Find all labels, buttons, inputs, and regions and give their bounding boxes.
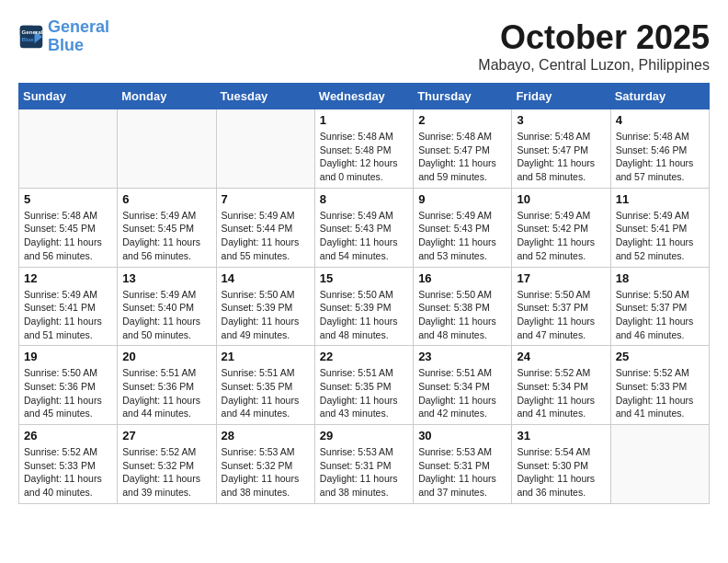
week-row-1: 1Sunrise: 5:48 AMSunset: 5:48 PMDaylight…: [19, 109, 710, 189]
day-number: 19: [24, 350, 112, 363]
day-info: Sunrise: 5:49 AMSunset: 5:42 PMDaylight:…: [517, 209, 605, 263]
calendar-cell: 24Sunrise: 5:52 AMSunset: 5:34 PMDayligh…: [512, 346, 610, 425]
calendar-cell: 9Sunrise: 5:49 AMSunset: 5:43 PMDaylight…: [414, 188, 512, 267]
week-row-4: 19Sunrise: 5:50 AMSunset: 5:36 PMDayligh…: [19, 346, 710, 425]
week-row-3: 12Sunrise: 5:49 AMSunset: 5:41 PMDayligh…: [19, 267, 710, 346]
day-number: 1: [320, 113, 408, 127]
day-info: Sunrise: 5:48 AMSunset: 5:48 PMDaylight:…: [320, 130, 408, 184]
calendar-cell: [118, 109, 216, 189]
day-number: 28: [222, 429, 310, 442]
day-number: 3: [517, 113, 605, 127]
calendar-cell: 28Sunrise: 5:53 AMSunset: 5:32 PMDayligh…: [216, 425, 314, 504]
day-number: 27: [122, 429, 210, 442]
day-number: 30: [418, 429, 506, 442]
calendar-cell: 13Sunrise: 5:49 AMSunset: 5:40 PMDayligh…: [118, 267, 216, 346]
day-number: 18: [616, 271, 704, 285]
calendar-cell: 8Sunrise: 5:49 AMSunset: 5:43 PMDaylight…: [314, 188, 413, 267]
day-number: 23: [418, 350, 506, 363]
calendar-cell: 1Sunrise: 5:48 AMSunset: 5:48 PMDaylight…: [314, 109, 413, 189]
calendar-cell: 31Sunrise: 5:54 AMSunset: 5:30 PMDayligh…: [512, 425, 610, 504]
day-info: Sunrise: 5:48 AMSunset: 5:45 PMDaylight:…: [24, 209, 112, 263]
day-number: 11: [616, 192, 704, 206]
day-number: 16: [418, 271, 506, 285]
day-info: Sunrise: 5:49 AMSunset: 5:43 PMDaylight:…: [418, 209, 506, 263]
day-info: Sunrise: 5:50 AMSunset: 5:37 PMDaylight:…: [616, 288, 704, 342]
day-number: 4: [616, 113, 704, 127]
day-info: Sunrise: 5:50 AMSunset: 5:38 PMDaylight:…: [418, 288, 506, 342]
day-info: Sunrise: 5:48 AMSunset: 5:47 PMDaylight:…: [418, 130, 506, 184]
calendar-cell: [610, 425, 709, 504]
svg-text:Blue: Blue: [22, 36, 35, 42]
logo-text: General Blue: [48, 18, 109, 55]
day-info: Sunrise: 5:49 AMSunset: 5:40 PMDaylight:…: [122, 288, 210, 342]
day-number: 9: [418, 192, 506, 206]
day-info: Sunrise: 5:51 AMSunset: 5:34 PMDaylight:…: [418, 366, 506, 420]
day-number: 24: [517, 350, 605, 363]
calendar-cell: 23Sunrise: 5:51 AMSunset: 5:34 PMDayligh…: [414, 346, 512, 425]
day-number: 15: [320, 271, 408, 285]
calendar-cell: 18Sunrise: 5:50 AMSunset: 5:37 PMDayligh…: [610, 267, 709, 346]
title-block: October 2025 Mabayo, Central Luzon, Phil…: [478, 18, 710, 74]
day-number: 13: [122, 271, 210, 285]
calendar-cell: 27Sunrise: 5:52 AMSunset: 5:32 PMDayligh…: [118, 425, 216, 504]
calendar-cell: 12Sunrise: 5:49 AMSunset: 5:41 PMDayligh…: [19, 267, 118, 346]
calendar-cell: 21Sunrise: 5:51 AMSunset: 5:35 PMDayligh…: [216, 346, 314, 425]
day-number: 22: [320, 350, 408, 363]
logo-icon: General Blue: [18, 24, 44, 50]
day-number: 17: [517, 271, 605, 285]
day-number: 10: [517, 192, 605, 206]
day-number: 20: [122, 350, 210, 363]
day-number: 2: [418, 113, 506, 127]
day-info: Sunrise: 5:50 AMSunset: 5:39 PMDaylight:…: [320, 288, 408, 342]
calendar-cell: 15Sunrise: 5:50 AMSunset: 5:39 PMDayligh…: [314, 267, 413, 346]
calendar-cell: 7Sunrise: 5:49 AMSunset: 5:44 PMDaylight…: [216, 188, 314, 267]
calendar-cell: 3Sunrise: 5:48 AMSunset: 5:47 PMDaylight…: [512, 109, 610, 189]
page-header: General Blue General Blue October 2025 M…: [18, 18, 710, 74]
month-title: October 2025: [478, 18, 710, 57]
calendar-header-monday: Monday: [118, 84, 216, 109]
day-info: Sunrise: 5:49 AMSunset: 5:43 PMDaylight:…: [320, 209, 408, 263]
day-number: 26: [24, 429, 112, 442]
day-number: 7: [222, 192, 310, 206]
calendar-cell: 2Sunrise: 5:48 AMSunset: 5:47 PMDaylight…: [414, 109, 512, 189]
logo: General Blue General Blue: [18, 18, 109, 55]
calendar-header-wednesday: Wednesday: [314, 84, 413, 109]
day-info: Sunrise: 5:48 AMSunset: 5:46 PMDaylight:…: [616, 130, 704, 184]
day-number: 8: [320, 192, 408, 206]
day-info: Sunrise: 5:52 AMSunset: 5:33 PMDaylight:…: [616, 366, 704, 420]
calendar-cell: 25Sunrise: 5:52 AMSunset: 5:33 PMDayligh…: [610, 346, 709, 425]
day-info: Sunrise: 5:50 AMSunset: 5:39 PMDaylight:…: [222, 288, 310, 342]
calendar-header-tuesday: Tuesday: [216, 84, 314, 109]
calendar-cell: [216, 109, 314, 189]
day-info: Sunrise: 5:53 AMSunset: 5:32 PMDaylight:…: [222, 445, 310, 500]
day-info: Sunrise: 5:54 AMSunset: 5:30 PMDaylight:…: [517, 445, 605, 500]
day-info: Sunrise: 5:49 AMSunset: 5:41 PMDaylight:…: [24, 288, 112, 342]
day-info: Sunrise: 5:49 AMSunset: 5:45 PMDaylight:…: [122, 209, 210, 263]
calendar-header-friday: Friday: [512, 84, 610, 109]
calendar-cell: 14Sunrise: 5:50 AMSunset: 5:39 PMDayligh…: [216, 267, 314, 346]
svg-text:General: General: [22, 28, 43, 34]
calendar-cell: 22Sunrise: 5:51 AMSunset: 5:35 PMDayligh…: [314, 346, 413, 425]
calendar-cell: 30Sunrise: 5:53 AMSunset: 5:31 PMDayligh…: [414, 425, 512, 504]
calendar-cell: 26Sunrise: 5:52 AMSunset: 5:33 PMDayligh…: [19, 425, 118, 504]
calendar-header-row: SundayMondayTuesdayWednesdayThursdayFrid…: [19, 84, 710, 109]
day-number: 5: [24, 192, 112, 206]
day-info: Sunrise: 5:53 AMSunset: 5:31 PMDaylight:…: [320, 445, 408, 500]
calendar-cell: 16Sunrise: 5:50 AMSunset: 5:38 PMDayligh…: [414, 267, 512, 346]
day-number: 31: [517, 429, 605, 442]
calendar-cell: 17Sunrise: 5:50 AMSunset: 5:37 PMDayligh…: [512, 267, 610, 346]
day-info: Sunrise: 5:53 AMSunset: 5:31 PMDaylight:…: [418, 445, 506, 500]
day-number: 29: [320, 429, 408, 442]
week-row-5: 26Sunrise: 5:52 AMSunset: 5:33 PMDayligh…: [19, 425, 710, 504]
calendar-cell: 19Sunrise: 5:50 AMSunset: 5:36 PMDayligh…: [19, 346, 118, 425]
day-number: 6: [122, 192, 210, 206]
calendar-cell: 10Sunrise: 5:49 AMSunset: 5:42 PMDayligh…: [512, 188, 610, 267]
day-info: Sunrise: 5:49 AMSunset: 5:44 PMDaylight:…: [222, 209, 310, 263]
day-number: 14: [222, 271, 310, 285]
calendar-cell: 29Sunrise: 5:53 AMSunset: 5:31 PMDayligh…: [314, 425, 413, 504]
day-info: Sunrise: 5:51 AMSunset: 5:35 PMDaylight:…: [222, 366, 310, 420]
calendar-table: SundayMondayTuesdayWednesdayThursdayFrid…: [18, 83, 710, 504]
calendar-cell: 11Sunrise: 5:49 AMSunset: 5:41 PMDayligh…: [610, 188, 709, 267]
day-info: Sunrise: 5:50 AMSunset: 5:36 PMDaylight:…: [24, 366, 112, 420]
day-info: Sunrise: 5:52 AMSunset: 5:32 PMDaylight:…: [122, 445, 210, 500]
